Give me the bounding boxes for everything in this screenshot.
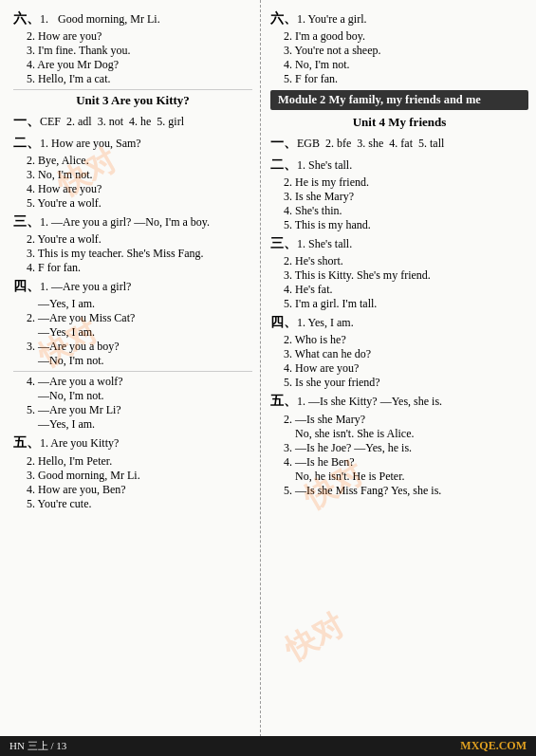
line: 1. She's tall. (297, 235, 352, 254)
footer-logo: MXQE.COM (460, 739, 527, 753)
list-item: 2. Hello, I'm Peter. (27, 454, 252, 469)
list-item: 5. This is my hand. (284, 218, 528, 232)
list-item: 4. F for fan. (27, 261, 252, 275)
section-label: 四、 (13, 275, 40, 297)
section-si-right: 四、 1. Yes, I am. (270, 311, 528, 333)
list-item: 4. How are you, Ben? (27, 483, 252, 497)
list-item: 3. Good morning, Mr Li. (27, 469, 252, 483)
section-label: 一、 (270, 132, 297, 154)
section-label: 二、 (270, 154, 297, 175)
list-item: 3. No, I'm not. (27, 168, 252, 182)
section-san-right: 三、 1. She's tall. (270, 232, 528, 254)
list-item: 4. She's thin. (284, 204, 528, 218)
list-item: —Yes, I am. (38, 417, 252, 432)
list-item: 5. —Is she Miss Fang? Yes, she is. (284, 484, 528, 498)
line: 1. Are you Kitty? (40, 434, 119, 453)
answers: EGB 2. bfe 3. she 4. fat 5. tall (297, 135, 444, 154)
list-item: 2. How are you? (27, 29, 252, 44)
section-label: 六、 (13, 8, 40, 29)
page: 快对 快对 快对 快对 六、 1. Good morning, Mr Li. 2… (0, 0, 536, 756)
unit3-title: Unit 3 Are you Kitty? (13, 93, 252, 108)
line: 1. —Are you a girl? —No, I'm a boy. (40, 213, 210, 232)
section-yi-left: 一、 CEF 2. adl 3. not 4. he 5. girl (13, 110, 252, 132)
right-column: 六、 1. You're a girl. 2. I'm a good boy. … (261, 0, 536, 756)
line: 1. How are you, Sam? (40, 135, 141, 154)
list-item: 2. —Are you Miss Cat? (27, 311, 252, 325)
list-item: 3. This is my teacher. She's Miss Fang. (27, 247, 252, 261)
list-item: 2. I'm a good boy. (284, 29, 528, 44)
list-item: 2. You're a wolf. (27, 232, 252, 247)
list-item: 4. No, I'm not. (284, 58, 528, 72)
list-item: 4. How are you? (284, 361, 528, 376)
list-item: 2. Bye, Alice. (27, 154, 252, 168)
unit4-title: Unit 4 My friends (270, 115, 528, 130)
section-wu-right: 五、 1. —Is she Kitty? —Yes, she is. (270, 390, 528, 412)
answers: CEF 2. adl 3. not 4. he 5. girl (40, 113, 184, 132)
section-label: 三、 (270, 232, 297, 254)
section-san-left: 三、 1. —Are you a girl? —No, I'm a boy. (13, 211, 252, 232)
section-label: 四、 (270, 311, 297, 333)
list-item: —No, I'm not. (38, 389, 252, 403)
list-item: 3. I'm fine. Thank you. (27, 44, 252, 58)
section-label: 二、 (13, 132, 40, 154)
list-item: 3. —Are you a boy? (27, 340, 252, 354)
section-si-left: 四、 1. —Are you a girl? (13, 275, 252, 297)
list-item: 4. How are you? (27, 182, 252, 196)
list-item: 3. You're not a sheep. (284, 44, 528, 58)
section-label: 五、 (13, 432, 40, 453)
line: 1. —Are you a girl? (40, 278, 131, 297)
section-liu-left: 六、 1. Good morning, Mr Li. (13, 8, 252, 29)
list-item: 5. You're a wolf. (27, 196, 252, 211)
footer: HN 三上 / 13 MXQE.COM (0, 736, 536, 756)
list-item: 2. Who is he? (284, 333, 528, 347)
line-1: Good morning, Mr Li. (58, 10, 160, 28)
list-item: —No, I'm not. (38, 354, 252, 368)
section-liu-right: 六、 1. You're a girl. (270, 8, 528, 29)
line: 1. —Is she Kitty? —Yes, she is. (297, 393, 442, 412)
left-column: 六、 1. Good morning, Mr Li. 2. How are yo… (0, 0, 261, 756)
section-num: 1. (40, 10, 48, 29)
list-item: —Yes, I am. (38, 297, 252, 311)
section-er-right: 二、 1. She's tall. (270, 154, 528, 175)
list-item: 5. F for fan. (284, 72, 528, 86)
list-item: 2. —Is she Mary? (284, 413, 528, 427)
section-label: 一、 (13, 110, 40, 132)
footer-page-ref: HN 三上 / 13 (9, 739, 66, 753)
line: 1. Yes, I am. (297, 314, 354, 333)
list-item: —Yes, I am. (38, 325, 252, 340)
module2-banner: Module 2 My family, my friends and me (270, 90, 528, 110)
list-item: 3. What can he do? (284, 347, 528, 361)
line: 1. You're a girl. (297, 10, 367, 29)
list-item: No, she isn't. She is Alice. (295, 427, 528, 441)
list-item: 5. I'm a girl. I'm tall. (284, 297, 528, 311)
section-label: 三、 (13, 211, 40, 232)
list-item: 4. Are you Mr Dog? (27, 58, 252, 72)
list-item: 3. —Is he Joe? —Yes, he is. (284, 441, 528, 455)
list-item: 5. Is she your friend? (284, 376, 528, 390)
list-item: 4. —Are you a wolf? (27, 375, 252, 389)
line: 1. She's tall. (297, 157, 352, 175)
section-label: 六、 (270, 8, 297, 29)
list-item: 4. He's fat. (284, 283, 528, 297)
list-item: 4. —Is he Ben? (284, 455, 528, 470)
list-item: 2. He is my friend. (284, 175, 528, 190)
list-item: 5. —Are you Mr Li? (27, 403, 252, 417)
list-item: 3. Is she Mary? (284, 190, 528, 204)
list-item: No, he isn't. He is Peter. (295, 470, 528, 484)
section-wu-left: 五、 1. Are you Kitty? (13, 432, 252, 453)
section-er-left: 二、 1. How are you, Sam? (13, 132, 252, 154)
list-item: 5. You're cute. (27, 497, 252, 511)
section-label: 五、 (270, 390, 297, 412)
list-item: 3. This is Kitty. She's my friend. (284, 268, 528, 283)
list-item: 5. Hello, I'm a cat. (27, 72, 252, 86)
list-item: 2. He's short. (284, 254, 528, 268)
section-yi-right: 一、 EGB 2. bfe 3. she 4. fat 5. tall (270, 132, 528, 154)
